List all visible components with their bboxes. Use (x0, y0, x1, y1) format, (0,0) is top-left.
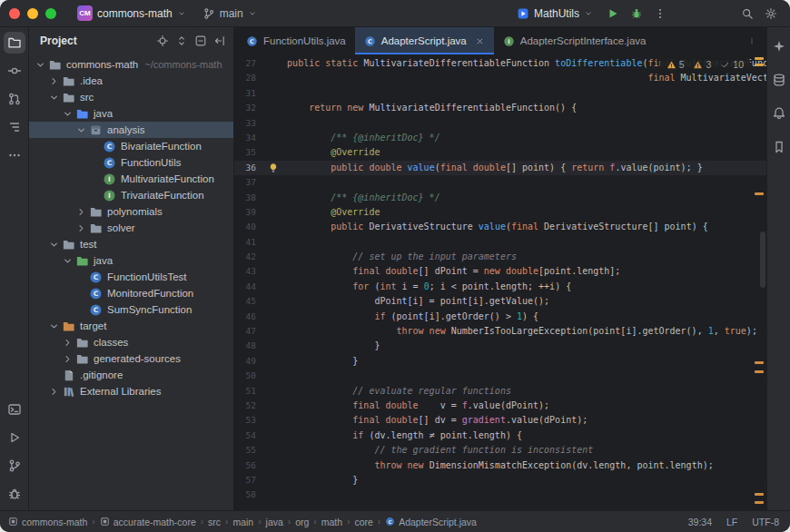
tree-item-java[interactable]: java (29, 252, 233, 269)
code-line[interactable]: 40 public DerivativeStructure value(fina… (234, 220, 766, 234)
code-line[interactable]: 42 // set up the input parameters (234, 250, 766, 264)
chevron-down-icon[interactable] (48, 320, 60, 332)
tree-item-gitignore[interactable]: .gitignore (29, 367, 233, 383)
tool-button-ai-assistant[interactable] (769, 36, 789, 56)
chevron-right-icon[interactable] (48, 386, 60, 398)
tab-adapterscript-java[interactable]: CAdapterScript.java (355, 27, 494, 54)
code-line[interactable]: 33 (234, 116, 766, 131)
tree-item-functionutilstest[interactable]: CFunctionUtilsTest (29, 269, 233, 285)
tree-item-test[interactable]: test (29, 236, 233, 252)
code-line[interactable]: 54 if (dv.length ≠ point.length) { (234, 429, 766, 443)
stripe-mark[interactable] (755, 493, 764, 496)
zoom-window-button[interactable] (45, 8, 56, 19)
tool-button-terminal[interactable] (4, 399, 25, 420)
file-encoding[interactable]: UTF-8 (752, 517, 779, 527)
tool-button-run[interactable] (4, 427, 25, 448)
code-line[interactable]: 48 } (234, 339, 766, 353)
tree-item-target[interactable]: target (29, 318, 233, 334)
tree-item-solver[interactable]: solver (29, 220, 233, 236)
settings-button[interactable] (761, 4, 781, 24)
chevron-right-icon[interactable] (62, 337, 74, 349)
breadcrumb-core[interactable]: core (354, 517, 372, 527)
code-line[interactable]: 50 (234, 369, 766, 383)
code-line[interactable]: 57 } (234, 473, 766, 488)
close-tab-icon[interactable] (475, 36, 485, 46)
tab-options-button[interactable] (743, 32, 761, 50)
inspection-warning[interactable]: 3 (693, 59, 711, 70)
tree-item-polynomials[interactable]: polynomials (29, 203, 233, 220)
chevron-down-icon[interactable] (48, 92, 60, 103)
code-line[interactable]: 49 } (234, 354, 766, 369)
tree-item-classes[interactable]: classes (29, 334, 233, 350)
tree-item-multivariatefunction[interactable]: IMultivariateFunction (29, 171, 233, 187)
tool-button-more-tools[interactable] (4, 144, 25, 166)
code-line[interactable]: 34 /** {@inheritDoc} */ (234, 131, 766, 145)
expand-collapse-icon[interactable] (175, 34, 188, 47)
code-line[interactable]: 32 return new MultivariateDifferentiable… (234, 101, 766, 115)
close-window-button[interactable] (9, 8, 20, 19)
more-actions-button[interactable] (650, 4, 670, 24)
tree-item-java[interactable]: java (29, 105, 233, 122)
select-opened-file-icon[interactable] (156, 34, 169, 47)
code-editor[interactable]: 27 public static MultivariateDifferentia… (234, 54, 766, 510)
project-widget[interactable]: CM commons-math (71, 3, 193, 24)
chevron-right-icon[interactable] (75, 222, 87, 234)
tree-item-functionutils[interactable]: CFunctionUtils (29, 154, 233, 171)
chevron-down-icon[interactable] (48, 239, 60, 251)
inspection-warning[interactable]: 5 (667, 59, 685, 70)
stripe-mark[interactable] (755, 64, 764, 66)
stripe-mark[interactable] (755, 361, 764, 364)
breadcrumb-adapterscript-java[interactable]: CAdapterScript.java (385, 517, 477, 527)
code-line[interactable]: 46 if (point[i].getOrder() > 1) { (234, 310, 766, 324)
tool-button-commit[interactable] (4, 60, 25, 82)
hide-panel-icon[interactable] (213, 34, 226, 47)
tool-button-debug[interactable] (4, 483, 25, 505)
code-line[interactable]: 38 /** {@inheritDoc} */ (234, 191, 766, 205)
code-line[interactable]: 35 @Override (234, 145, 766, 160)
code-line[interactable]: 45 dPoint[i] = point[i].getValue(); (234, 294, 766, 309)
code-line-current[interactable]: 36 public double value(final double[] po… (234, 161, 766, 175)
stripe-mark[interactable] (755, 370, 764, 373)
scrollbar-thumb[interactable] (760, 232, 765, 288)
intention-bulb-icon[interactable] (268, 163, 279, 173)
breadcrumb-src[interactable]: src (208, 517, 221, 527)
code-line[interactable]: 44 for (int i = 0; i < point.length; ++i… (234, 280, 766, 294)
code-line[interactable]: 43 final double[] dPoint = new double[po… (234, 264, 766, 279)
code-line[interactable]: 53 final double[] dv = gradient.value(dP… (234, 413, 766, 428)
tree-item-src[interactable]: src (29, 89, 233, 105)
vcs-branch-widget[interactable]: main (196, 5, 263, 23)
stripe-mark[interactable] (755, 57, 764, 60)
code-line[interactable]: 47 throw new NumberIsTooLargeException(p… (234, 324, 766, 339)
tool-button-notifications[interactable] (769, 103, 789, 123)
code-line[interactable]: 58 (234, 488, 766, 502)
tree-item-trivariatefunction[interactable]: ITrivariateFunction (29, 187, 233, 203)
caret-position[interactable]: 39:34 (688, 517, 712, 527)
breadcrumb-math[interactable]: math (321, 517, 342, 527)
stripe-mark[interactable] (755, 192, 764, 195)
tool-button-structure[interactable] (4, 116, 25, 138)
breadcrumb-accurate-math-core[interactable]: accurate-math-core (100, 517, 196, 527)
tool-button-version-control[interactable] (4, 455, 25, 477)
code-line[interactable]: 56 throw new DimensionMismatchException(… (234, 458, 766, 473)
stripe-mark[interactable] (755, 501, 764, 504)
tab-functionutils-java[interactable]: CFunctionUtils.java (237, 27, 355, 54)
inspection-weak[interactable]: 10 (720, 59, 744, 70)
chevron-down-icon[interactable] (75, 124, 87, 136)
breadcrumb-main[interactable]: main (232, 517, 253, 527)
collapse-all-icon[interactable] (194, 34, 207, 47)
tree-item-analysis[interactable]: analysis (29, 122, 233, 138)
search-everywhere-button[interactable] (737, 4, 757, 24)
code-line[interactable]: 52 final double v = f.value(dPoint); (234, 399, 766, 413)
tool-button-pull-requests[interactable] (4, 88, 25, 110)
code-line[interactable]: 41 (234, 235, 766, 250)
code-line[interactable]: 55 // the gradient function is inconsist… (234, 443, 766, 458)
tree-item-external-libraries[interactable]: External Libraries (29, 383, 233, 399)
chevron-right-icon[interactable] (75, 206, 87, 218)
tree-item-bivariatefunction[interactable]: CBivariateFunction (29, 138, 233, 154)
chevron-right-icon[interactable] (62, 353, 74, 365)
breadcrumb-org[interactable]: org (295, 517, 309, 527)
code-line[interactable]: 37 (234, 175, 766, 190)
inspections-widget[interactable]: 5310 (660, 57, 750, 72)
tree-item-commons-math[interactable]: commons-math~/commons-math (29, 56, 233, 73)
chevron-down-icon[interactable] (62, 108, 74, 120)
